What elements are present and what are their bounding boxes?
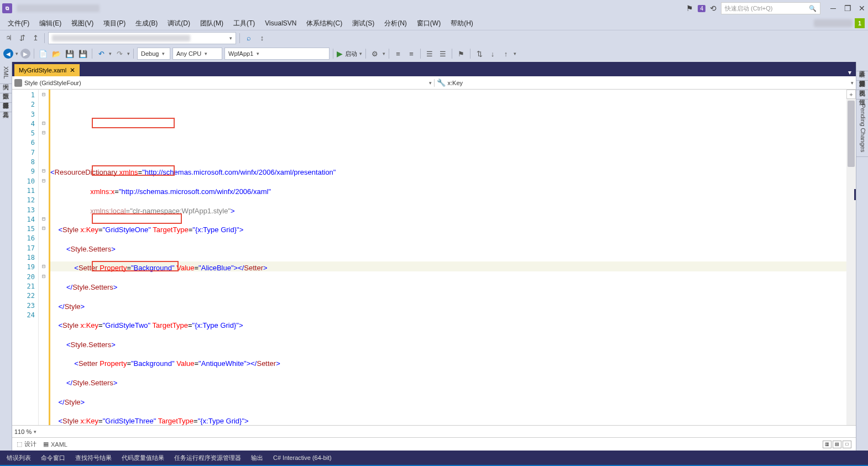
side-tab-xml-outline[interactable]: XML大纲 xyxy=(0,62,12,84)
nav-member-dropdown[interactable]: 🔧 x:Key ▾ xyxy=(435,78,856,87)
save-all-icon[interactable]: 💾 xyxy=(77,48,88,59)
outdent-icon[interactable]: ≡ xyxy=(406,48,417,59)
expand-button[interactable]: □ xyxy=(843,441,851,448)
style-icon xyxy=(14,79,22,87)
panel-output[interactable]: 输出 xyxy=(247,452,268,464)
pull-icon[interactable]: ↥ xyxy=(30,33,41,44)
panel-find[interactable]: 查找符号结果 xyxy=(71,452,116,464)
menu-project[interactable]: 项目(P) xyxy=(99,17,130,30)
nav-up-icon[interactable]: ⇅ xyxy=(474,48,485,59)
side-tab-diagnostics[interactable]: 诊断工具 xyxy=(856,62,868,71)
menu-bar: 文件(F) 编辑(E) 视图(V) 项目(P) 生成(B) 调试(D) 团队(M… xyxy=(0,17,868,30)
step-icon[interactable]: ⚙ xyxy=(369,48,380,59)
vs-logo-icon: ⧉ xyxy=(2,3,12,13)
uncomment-icon[interactable]: ☰ xyxy=(437,48,448,59)
side-tab-data-sources[interactable]: 数据源 xyxy=(0,84,12,93)
sort-icon[interactable]: ↕ xyxy=(257,33,268,44)
feedback-icon[interactable]: ⟲ xyxy=(710,4,717,13)
close-button[interactable]: ✕ xyxy=(858,4,866,12)
main-layout: XML大纲 数据源 服务器资源管理器 工具箱 MyGridStyle.xaml … xyxy=(0,62,868,451)
menu-edit[interactable]: 编辑(E) xyxy=(35,17,66,30)
menu-team[interactable]: 团队(M) xyxy=(196,17,228,30)
menu-architecture[interactable]: 体系结构(C) xyxy=(302,17,347,30)
start-label[interactable]: 启动 xyxy=(345,50,357,58)
menu-test[interactable]: 测试(S) xyxy=(348,17,379,30)
title-bar: ⧉ ⚑ 4 ⟲ 快速启动 (Ctrl+Q) 🔍 ─ ❐ ✕ xyxy=(0,0,868,17)
quick-launch-input[interactable]: 快速启动 (Ctrl+Q) 🔍 xyxy=(721,2,820,14)
nav-scope-dropdown[interactable]: Style (GridStyleFour) ▾ xyxy=(12,79,435,87)
side-tab-toolbox[interactable]: 工具箱 xyxy=(0,103,12,112)
start-play-icon[interactable]: ▶ xyxy=(337,49,343,58)
restore-button[interactable]: ❐ xyxy=(844,4,851,12)
zoom-level[interactable]: 110 % xyxy=(14,428,32,435)
panel-metrics[interactable]: 代码度量值结果 xyxy=(117,452,169,464)
menu-file[interactable]: 文件(F) xyxy=(3,17,34,30)
side-tab-solution-explorer[interactable]: 解决方案资源管理器 xyxy=(856,71,868,81)
menu-view[interactable]: 视图(V) xyxy=(67,17,98,30)
code-body[interactable]: <ResourceDictionary xmlns="http://schema… xyxy=(49,90,846,425)
nav-marker xyxy=(854,189,856,200)
panel-cmd[interactable]: 命令窗口 xyxy=(36,452,70,464)
panel-tasks[interactable]: 任务运行程序资源管理器 xyxy=(170,452,245,464)
indent-icon[interactable]: ≡ xyxy=(393,48,404,59)
designer-tab-strip: ⬚ 设计 ▦ XAML ▥ ▤ □ xyxy=(12,437,856,451)
menu-tools[interactable]: 工具(T) xyxy=(229,17,259,30)
panel-errors[interactable]: 错误列表 xyxy=(2,452,35,464)
config-dropdown[interactable]: Debug▾ xyxy=(137,48,170,60)
side-tab-class-view[interactable]: 类视图 xyxy=(856,81,868,90)
menu-analyze[interactable]: 分析(N) xyxy=(380,17,411,30)
line-number-gutter: 123456789101112131415161718192021222324 xyxy=(12,90,39,425)
publish-icon[interactable]: ⇵ xyxy=(17,33,28,44)
split-v-button[interactable]: ▤ xyxy=(833,441,841,448)
notifications-flag-icon[interactable]: ⚑ xyxy=(686,4,693,13)
menu-visualsvn[interactable]: VisualSVN xyxy=(260,18,301,29)
file-tab-label: MyGridStyle.xaml xyxy=(19,67,66,74)
xaml-tab[interactable]: ▦ XAML xyxy=(43,441,67,448)
document-tab-strip: MyGridStyle.xaml ✕ ▾ xyxy=(12,62,856,76)
arrow-down-icon[interactable]: ↓ xyxy=(487,48,498,59)
notification-badge[interactable]: 4 xyxy=(698,5,705,12)
menu-debug[interactable]: 调试(D) xyxy=(163,17,195,30)
fold-gutter[interactable]: ⊟⊟⊟⊟⊟⊟⊟⊟⊟ xyxy=(39,90,49,425)
open-icon[interactable]: 📂 xyxy=(51,48,62,59)
panel-csharp[interactable]: C# Interactive (64-bit) xyxy=(269,452,336,463)
code-editor[interactable]: 123456789101112131415161718192021222324 … xyxy=(12,90,856,425)
menu-window[interactable]: 窗口(W) xyxy=(412,17,445,30)
user-name-blur xyxy=(814,19,853,27)
editor-bottom-strip: 110 % ▾ xyxy=(12,425,856,437)
split-editor-button[interactable]: + xyxy=(846,90,856,99)
design-tab[interactable]: ⬚ 设计 xyxy=(17,440,36,448)
startup-dropdown[interactable]: WpfApp1▾ xyxy=(224,48,330,60)
quick-launch-placeholder: 快速启动 (Ctrl+Q) xyxy=(725,4,772,13)
wrench-icon: 🔧 xyxy=(437,78,446,87)
find-icon[interactable]: ⌕ xyxy=(243,33,254,44)
tab-overflow-chevron[interactable]: ▾ xyxy=(844,69,856,76)
redo-icon[interactable]: ↷ xyxy=(114,48,125,59)
menu-build[interactable]: 生成(B) xyxy=(131,17,162,30)
file-tab-active[interactable]: MyGridStyle.xaml ✕ xyxy=(14,64,80,76)
side-tab-server-explorer[interactable]: 服务器资源管理器 xyxy=(0,93,12,103)
toolbar-row-2: ◀ ▾ ▶ 📄 📂 💾 💾 ↶ ▾ ↷ ▾ Debug▾ Any CPU▾ Wp… xyxy=(0,45,868,62)
right-side-tabs: 诊断工具 解决方案资源管理器 类视图 属性 Pending Changes xyxy=(856,62,868,451)
tab-close-icon[interactable]: ✕ xyxy=(70,66,75,74)
side-tab-pending-changes[interactable]: Pending Changes xyxy=(856,100,868,157)
menu-help[interactable]: 帮助(H) xyxy=(446,17,478,30)
branch-icon[interactable]: ♃ xyxy=(3,33,14,44)
split-h-button[interactable]: ▥ xyxy=(823,441,832,448)
undo-icon[interactable]: ↶ xyxy=(96,48,107,59)
account-badge[interactable]: 1 xyxy=(855,18,865,28)
vertical-scrollbar[interactable]: + xyxy=(846,90,856,425)
scroll-thumb[interactable] xyxy=(848,101,855,167)
nav-back-button[interactable]: ◀ xyxy=(3,49,13,59)
arrow-up-icon[interactable]: ↑ xyxy=(500,48,511,59)
solution-dropdown[interactable]: ▾ xyxy=(48,32,236,44)
left-side-tabs: XML大纲 数据源 服务器资源管理器 工具箱 xyxy=(0,62,12,451)
save-icon[interactable]: 💾 xyxy=(64,48,75,59)
side-tab-properties[interactable]: 属性 xyxy=(856,90,868,100)
new-project-icon[interactable]: 📄 xyxy=(38,48,49,59)
comment-icon[interactable]: ☰ xyxy=(424,48,435,59)
bookmark-icon[interactable]: ⚑ xyxy=(456,48,467,59)
nav-forward-button[interactable]: ▶ xyxy=(20,49,30,59)
platform-dropdown[interactable]: Any CPU▾ xyxy=(172,48,222,60)
minimize-button[interactable]: ─ xyxy=(829,4,837,12)
